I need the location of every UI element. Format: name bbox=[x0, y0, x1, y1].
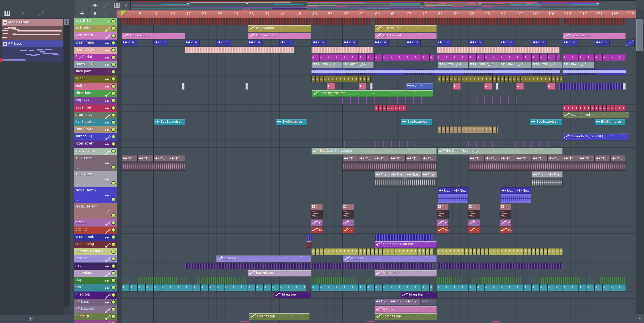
track-header-Big-O..Hat[interactable]: Big O..Hat bbox=[74, 54, 117, 61]
track-lane[interactable] bbox=[122, 320, 636, 323]
track-header-crash-main[interactable]: crash main bbox=[74, 39, 117, 47]
track-header-Nois..DROP[interactable]: Nois..DROP bbox=[74, 47, 117, 54]
track-mute-led[interactable] bbox=[111, 135, 116, 139]
track-lane[interactable] bbox=[122, 187, 636, 203]
track-header-F#-bass[interactable]: F# bass bbox=[74, 299, 117, 306]
track-mute-led[interactable] bbox=[111, 315, 116, 319]
vertical-scrollbar-thumb[interactable] bbox=[636, 19, 643, 51]
track-mute-led[interactable] bbox=[111, 257, 116, 261]
pattern-source-icon[interactable] bbox=[112, 1, 122, 9]
track-lane[interactable] bbox=[122, 61, 636, 68]
track-mute-led[interactable] bbox=[111, 165, 116, 169]
picker-content[interactable] bbox=[0, 18, 70, 315]
panel-resize-grip[interactable] bbox=[64, 307, 70, 315]
track-mute-led[interactable] bbox=[111, 250, 116, 254]
track-lane[interactable] bbox=[122, 75, 636, 83]
playlist-grid[interactable] bbox=[122, 18, 636, 323]
track-header-Big-O..lume[interactable]: Big O..lume bbox=[74, 148, 117, 155]
track-lane[interactable] bbox=[122, 133, 636, 140]
track-mute-led[interactable] bbox=[111, 242, 116, 247]
track-mute-led[interactable] bbox=[111, 142, 116, 146]
track-header-Odd-F..ride[interactable]: Odd F..ride bbox=[74, 126, 117, 133]
track-header-clap-xxx[interactable]: clap xxx bbox=[74, 97, 117, 104]
track-mute-led[interactable] bbox=[111, 293, 116, 297]
track-mute-led[interactable] bbox=[111, 197, 116, 202]
track-mute-led[interactable] bbox=[111, 271, 116, 276]
automation-source-icon[interactable] bbox=[101, 1, 111, 9]
track-lane[interactable] bbox=[122, 32, 636, 39]
track-lane[interactable] bbox=[122, 54, 636, 61]
track-lane[interactable] bbox=[122, 39, 636, 47]
track-lane[interactable] bbox=[122, 171, 636, 187]
track-mute-led[interactable] bbox=[111, 128, 116, 132]
track-lane[interactable] bbox=[122, 203, 636, 219]
track-lane[interactable] bbox=[122, 18, 636, 25]
track-mute-led[interactable] bbox=[111, 221, 116, 225]
track-lane[interactable] bbox=[122, 292, 636, 299]
track-header-TFH_Ride[interactable]: TFH_Ride··· bbox=[74, 171, 117, 187]
track-mute-led[interactable] bbox=[111, 77, 116, 81]
track-lane[interactable] bbox=[122, 263, 636, 270]
picker-scrollbar[interactable] bbox=[64, 19, 70, 314]
track-mute-led[interactable] bbox=[111, 48, 116, 52]
vertical-scrollbar[interactable] bbox=[636, 18, 644, 323]
track-mute-led[interactable] bbox=[111, 26, 116, 31]
track-header-slice..lume[interactable]: slice..lume bbox=[74, 90, 117, 97]
track-header-Down.._FX[interactable]: Down.._FX bbox=[74, 61, 117, 68]
scroll-down-button[interactable]: ▾ bbox=[636, 314, 644, 323]
track-lane[interactable] bbox=[122, 248, 636, 255]
track-lane[interactable] bbox=[122, 299, 636, 306]
track-header-fx-44[interactable]: fx 44 bbox=[74, 75, 117, 83]
audio-clip-source-icon[interactable] bbox=[90, 1, 100, 9]
track-header-lead1-serum[interactable]: lead1 serum♪··· bbox=[74, 203, 117, 219]
track-mute-led[interactable] bbox=[111, 91, 116, 96]
track-header-cras..nning[interactable]: cras..nning bbox=[74, 241, 117, 248]
cut-tool-icon[interactable]: X bbox=[90, 9, 100, 17]
track-header-crash..reak[interactable]: crash..reak bbox=[74, 234, 117, 241]
track-header-top-1[interactable]: top 1 bbox=[74, 284, 117, 291]
track-header-kick..olume[interactable]: kick..olume bbox=[74, 25, 117, 32]
add-pattern-button[interactable]: + bbox=[26, 316, 35, 322]
track-header-drum-f..vol[interactable]: drum f..vol bbox=[74, 112, 117, 119]
track-header-pitch-1[interactable]: pitch 1 bbox=[74, 219, 117, 227]
track-header-wolf-fx[interactable]: wolf fx bbox=[74, 83, 117, 90]
track-mute-led[interactable] bbox=[111, 113, 116, 117]
track-mute-led[interactable] bbox=[111, 286, 116, 290]
track-lane[interactable] bbox=[122, 284, 636, 291]
track-mute-led[interactable] bbox=[111, 62, 116, 67]
track-lane[interactable] bbox=[122, 140, 636, 148]
track-header-Sample..e-Loops[interactable]: Sample..e Loops bbox=[74, 248, 117, 255]
track-mute-led[interactable] bbox=[111, 300, 116, 304]
track-mute-led[interactable] bbox=[111, 34, 116, 38]
track-header-pitch-2[interactable]: pitch 2 bbox=[74, 227, 117, 234]
track-lane[interactable] bbox=[122, 227, 636, 234]
track-mute-led[interactable] bbox=[111, 98, 116, 103]
track-mute-led[interactable] bbox=[111, 181, 116, 185]
track-header-EvoSo..oise[interactable]: EvoSo..oise bbox=[74, 119, 117, 126]
track-lane[interactable] bbox=[122, 219, 636, 227]
track-mute-led[interactable] bbox=[111, 19, 116, 23]
track-lane[interactable] bbox=[122, 83, 636, 90]
performance-tool-icon[interactable]: ∫ bbox=[101, 9, 111, 17]
track-header-F#-bas..vol[interactable]: F# bas..vol bbox=[74, 306, 117, 313]
picker-scrollbar-thumb[interactable] bbox=[64, 19, 69, 25]
track-lane[interactable] bbox=[122, 47, 636, 54]
track-lane[interactable] bbox=[122, 112, 636, 119]
picker-tab-patterns[interactable] bbox=[4, 11, 11, 16]
track-lane[interactable] bbox=[122, 277, 636, 284]
track-mute-led[interactable] bbox=[111, 322, 116, 323]
track-lane[interactable] bbox=[122, 119, 636, 126]
track-mute-led[interactable] bbox=[111, 213, 116, 218]
track-lane[interactable] bbox=[122, 68, 636, 75]
track-lane[interactable] bbox=[122, 126, 636, 133]
track-mute-led[interactable] bbox=[111, 149, 116, 153]
track-mute-led[interactable] bbox=[111, 264, 116, 268]
track-lane[interactable] bbox=[122, 270, 636, 277]
track-header-acid-vol[interactable]: acid vol bbox=[74, 255, 117, 263]
picker-item-lead1-serum[interactable]: ≡lead1 serum bbox=[2, 19, 63, 26]
track-mute-led[interactable] bbox=[111, 41, 116, 45]
track-lane[interactable] bbox=[122, 104, 636, 112]
track-lane[interactable] bbox=[122, 255, 636, 263]
track-header-hi-eq-top[interactable]: hi eq top bbox=[74, 292, 117, 299]
track-header-Endle..p-1[interactable]: Endle..p 1 bbox=[74, 313, 117, 320]
